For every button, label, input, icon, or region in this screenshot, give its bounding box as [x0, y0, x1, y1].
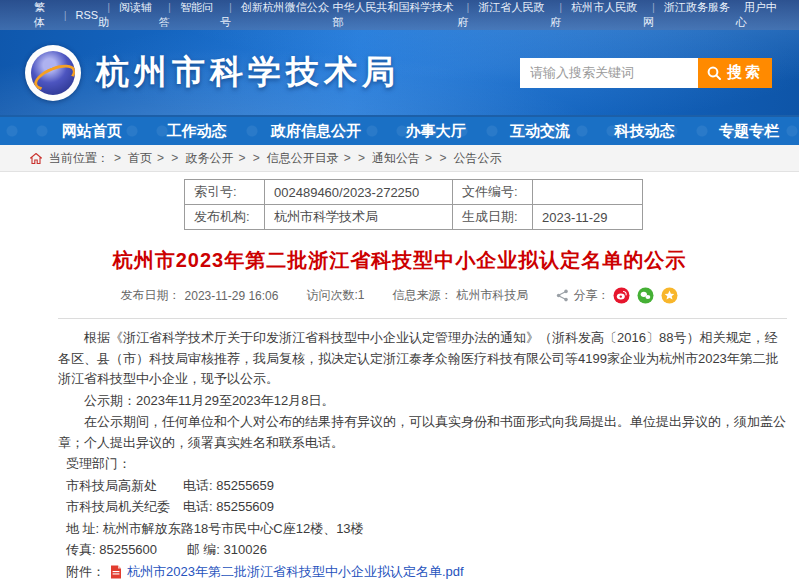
attachment-line: 附件： 杭州市2023年第二批浙江省科技型中小企业拟认定名单.pdf [58, 562, 787, 582]
topbar-link-reading-aid[interactable]: 阅读辅助 [98, 0, 159, 30]
weibo-icon[interactable] [613, 287, 630, 304]
nav-item-home[interactable]: 网站首页 [62, 117, 122, 145]
info-source-label: 信息来源： [392, 287, 452, 304]
nav-item-service-hall[interactable]: 办事大厅 [406, 117, 466, 145]
search-bar: 搜索 [520, 58, 772, 88]
attachment-label: 附件： [66, 562, 105, 582]
publish-date: 发布日期： 2023-11-29 16:06 [121, 287, 279, 304]
breadcrumb-item-announcements[interactable]: 公告公示 [453, 150, 501, 167]
breadcrumb: 当前位置： > 首页 > > 政务公开 > > 信息公开目录 > > 通知公告 … [0, 145, 799, 172]
page-title: 杭州市2023年第二批浙江省科技型中小企业拟认定名单的公示 [20, 247, 779, 274]
breadcrumb-item-notices[interactable]: 通知公告 [372, 150, 420, 167]
site-logo[interactable] [25, 45, 81, 101]
publish-date-value: 2023-11-29 16:06 [185, 289, 279, 303]
paragraph-objection: 在公示期间，任何单位和个人对公布的结果持有异议的，可以真实身份和书面形式向我局提… [58, 412, 787, 453]
nav-item-work-news[interactable]: 工作动态 [167, 117, 227, 145]
search-icon [707, 66, 721, 80]
nav-item-special-topics[interactable]: 专题专栏 [719, 117, 779, 145]
nav-item-gov-info[interactable]: 政府信息公开 [271, 117, 361, 145]
utility-topbar: 繁体 RSS 阅读辅助 智能问答 创新杭州微信公众号 中华人民共和国科学技术部 … [0, 0, 799, 30]
topbar-link-rss[interactable]: RSS [55, 9, 98, 21]
topbar-link-wechat-account[interactable]: 创新杭州微信公众号 [220, 0, 333, 30]
topbar-link-user-center[interactable]: 用户中心 [736, 0, 785, 30]
visit-count: 访问次数:1 [306, 287, 364, 304]
issuing-org-value: 杭州市科学技术局 [265, 205, 453, 230]
site-banner: 繁体 RSS 阅读辅助 智能问答 创新杭州微信公众号 中华人民共和国科学技术部 … [0, 0, 799, 115]
search-button[interactable]: 搜索 [698, 58, 772, 88]
qzone-star-icon[interactable] [661, 287, 678, 304]
contact-fax-postcode: 传真: 85255600 邮 编: 310026 [58, 540, 787, 561]
breadcrumb-separator: > > [238, 151, 261, 165]
accepting-department-heading: 受理部门： [58, 454, 787, 475]
topbar-left-links: 繁体 RSS 阅读辅助 智能问答 创新杭州微信公众号 [34, 0, 333, 30]
issue-date-value: 2023-11-29 [533, 205, 643, 230]
logo-emblem-icon [31, 51, 75, 95]
contact-discipline-committee: 市科技局机关纪委 电话: 85255609 [58, 497, 787, 518]
nav-item-interaction[interactable]: 互动交流 [510, 117, 570, 145]
share-icon [556, 289, 569, 302]
topbar-link-zhejiang-gov[interactable]: 浙江省人民政府 [458, 0, 551, 30]
share-label: 分享： [573, 287, 609, 304]
article-meta: 发布日期： 2023-11-29 16:06 访问次数:1 信息来源： 杭州市科… [0, 287, 799, 304]
index-number-label: 索引号: [185, 180, 265, 205]
publish-date-label: 发布日期： [121, 287, 181, 304]
topbar-link-traditional[interactable]: 繁体 [34, 0, 55, 30]
site-title: 杭州市科学技术局 [96, 50, 400, 95]
breadcrumb-separator: > > [157, 151, 180, 165]
doc-info-table: 索引号: 002489460/2023-272250 文件编号: 发布机构: 杭… [184, 179, 643, 230]
table-row: 发布机构: 杭州市科学技术局 生成日期: 2023-11-29 [185, 205, 643, 230]
breadcrumb-item-gov-open[interactable]: 政务公开 [185, 150, 233, 167]
paragraph-basis: 根据《浙江省科学技术厅关于印发浙江省科技型中小企业认定管理办法的通知》（浙科发高… [58, 328, 787, 390]
share-icons [613, 287, 678, 304]
table-row: 索引号: 002489460/2023-272250 文件编号: [185, 180, 643, 205]
info-source: 信息来源： 杭州市科技局 [392, 287, 528, 304]
topbar-link-hangzhou-gov[interactable]: 杭州市人民政府 [550, 0, 643, 30]
topbar-link-smart-qa[interactable]: 智能问答 [159, 0, 220, 30]
divider [58, 318, 787, 319]
breadcrumb-item-home[interactable]: 首页 [128, 150, 152, 167]
breadcrumb-separator: > > [425, 151, 448, 165]
file-number-label: 文件编号: [453, 180, 533, 205]
attachment-link[interactable]: 杭州市2023年第二批浙江省科技型中小企业拟认定名单.pdf [127, 562, 464, 582]
contact-hightech-office: 市科技局高新处 电话: 85255659 [58, 476, 787, 497]
nav-item-tech-news[interactable]: 科技动态 [615, 117, 675, 145]
breadcrumb-separator: > > [344, 151, 367, 165]
content-area: 索引号: 002489460/2023-272250 文件编号: 发布机构: 杭… [0, 179, 799, 582]
search-input[interactable] [520, 58, 698, 88]
topbar-link-zhejiang-service[interactable]: 浙江政务服务网 [643, 0, 736, 30]
article-body: 根据《浙江省科学技术厅关于印发浙江省科技型中小企业认定管理办法的通知》（浙科发高… [58, 328, 787, 582]
issue-date-label: 生成日期: [453, 205, 533, 230]
file-number-value [533, 180, 643, 205]
main-nav: 网站首页 工作动态 政府信息公开 办事大厅 互动交流 科技动态 专题专栏 [0, 115, 799, 145]
breadcrumb-separator: > [114, 151, 123, 165]
contact-address: 地 址: 杭州市解放东路18号市民中心C座12楼、13楼 [58, 519, 787, 540]
topbar-link-most[interactable]: 中华人民共和国科学技术部 [333, 0, 458, 30]
breadcrumb-prefix: 当前位置： [49, 150, 109, 167]
brand-row: 杭州市科学技术局 搜索 [0, 30, 799, 115]
info-source-value: 杭州市科技局 [456, 287, 528, 304]
issuing-org-label: 发布机构: [185, 205, 265, 230]
index-number-value: 002489460/2023-272250 [265, 180, 453, 205]
topbar-right-links: 中华人民共和国科学技术部 浙江省人民政府 杭州市人民政府 浙江政务服务网 用户中… [333, 0, 785, 30]
home-icon [30, 153, 42, 164]
wechat-icon[interactable] [637, 287, 654, 304]
paragraph-period: 公示期：2023年11月29至2023年12月8日。 [58, 391, 787, 412]
search-button-label: 搜索 [727, 63, 763, 82]
pdf-icon [110, 565, 122, 579]
breadcrumb-item-info-catalog[interactable]: 信息公开目录 [267, 150, 339, 167]
share-group: 分享： [556, 287, 678, 304]
